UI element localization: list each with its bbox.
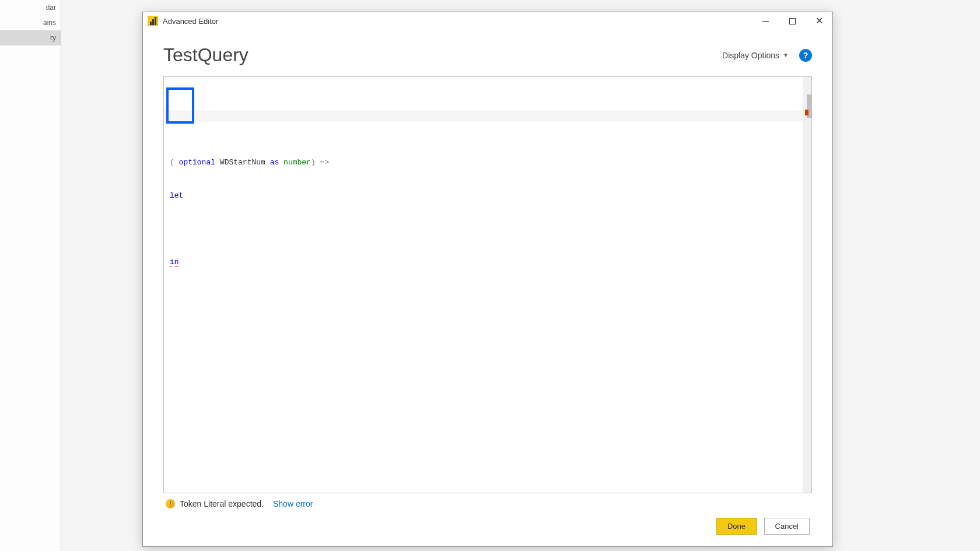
content-area: TestQuery Display Options ▼ ? ( optional…	[143, 30, 832, 546]
background-query-pane: dar ains ry	[0, 0, 61, 551]
title-bar[interactable]: Advanced Editor ✕	[143, 12, 832, 30]
bg-sidebar-item: dar	[0, 0, 61, 15]
show-error-link[interactable]: Show error	[273, 499, 313, 508]
chevron-down-icon: ▼	[783, 52, 789, 58]
cancel-button[interactable]: Cancel	[764, 518, 810, 535]
minimize-icon	[762, 21, 769, 22]
done-button[interactable]: Done	[716, 518, 757, 535]
minimize-button[interactable]	[752, 12, 779, 30]
bg-sidebar-item-selected: ry	[0, 30, 61, 45]
error-indicator-marker	[805, 110, 808, 115]
bg-sidebar-item: ains	[0, 15, 61, 30]
powerbi-app-icon	[148, 16, 158, 26]
window-controls: ✕	[752, 12, 832, 30]
display-options-label: Display Options	[722, 51, 779, 60]
header-row: TestQuery Display Options ▼ ?	[163, 44, 812, 66]
query-name-title: TestQuery	[163, 44, 249, 66]
help-icon[interactable]: ?	[799, 49, 812, 62]
display-options-dropdown[interactable]: Display Options ▼	[722, 51, 789, 60]
code-editor[interactable]: ( optional WDStartNum as number) => let …	[163, 76, 812, 493]
current-line-highlight	[164, 110, 803, 122]
advanced-editor-window: Advanced Editor ✕ TestQuery Display Opti…	[142, 12, 833, 547]
close-button[interactable]: ✕	[806, 12, 832, 30]
editor-content[interactable]: ( optional WDStartNum as number) => let …	[164, 77, 803, 493]
status-bar: ! Token Literal expected. Show error	[163, 493, 812, 514]
maximize-button[interactable]	[779, 12, 806, 30]
editor-scrollbar[interactable]	[803, 77, 811, 493]
close-icon: ✕	[816, 16, 823, 26]
error-message: Token Literal expected.	[180, 499, 264, 508]
warning-icon: !	[166, 499, 175, 508]
header-right: Display Options ▼ ?	[722, 49, 812, 62]
window-title: Advanced Editor	[163, 17, 752, 26]
dialog-buttons: Done Cancel	[163, 514, 812, 535]
maximize-icon	[789, 18, 796, 24]
